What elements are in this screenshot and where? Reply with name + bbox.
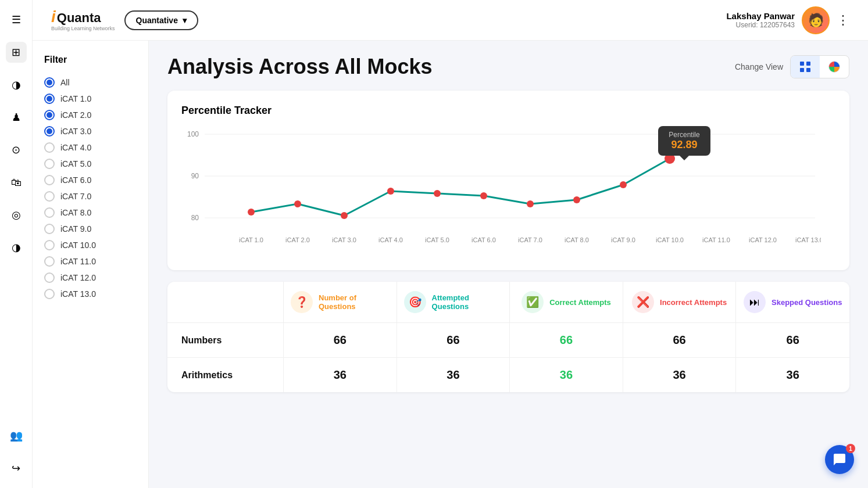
stats-data-row: Numbers6666666666: [167, 323, 849, 358]
radio-outer: [44, 224, 55, 234]
chart-view-button[interactable]: [820, 56, 849, 78]
filter-item[interactable]: iCAT 1.0: [44, 91, 137, 107]
filter-item[interactable]: iCAT 8.0: [44, 204, 137, 221]
header-right: Lakshay Panwar Userid: 122057643 🧑 ⋮: [726, 6, 849, 34]
stats-data-cell: 66: [397, 323, 510, 357]
sidebar-dashboard-icon[interactable]: ⊞: [6, 42, 27, 63]
sidebar-bag-icon[interactable]: 🛍: [6, 172, 27, 193]
filter-item[interactable]: All: [44, 74, 137, 91]
logo-quanta: Quanta: [57, 11, 101, 25]
radio-outer: [44, 175, 55, 185]
stats-data-cell: 36: [623, 358, 737, 392]
stat-icon: ✅: [521, 291, 544, 313]
filter-item[interactable]: iCAT 2.0: [44, 107, 137, 123]
filter-item[interactable]: iCAT 7.0: [44, 188, 137, 204]
stat-icon: ❓: [291, 291, 313, 313]
stats-data-cell: 36: [510, 358, 623, 392]
sidebar-analytics-icon[interactable]: ◑: [6, 74, 27, 95]
radio-inner: [47, 128, 52, 134]
svg-text:iCAT 12.0: iCAT 12.0: [749, 236, 777, 243]
filter-item-label: iCAT 4.0: [60, 143, 91, 152]
filter-item[interactable]: iCAT 4.0: [44, 139, 137, 156]
stats-column-header: ❌Incorrect Attempts: [623, 282, 737, 322]
stats-card: ❓Number of Questions🎯Attempted Questions…: [167, 282, 849, 392]
svg-text:iCAT 8.0: iCAT 8.0: [565, 236, 589, 243]
svg-text:iCAT 11.0: iCAT 11.0: [702, 236, 730, 243]
stats-column-header: ✅Correct Attempts: [510, 282, 623, 322]
view-toggle: [790, 55, 849, 78]
header: i Quanta Building Learning Networks Quan…: [33, 0, 868, 41]
sidebar-pie-icon[interactable]: ◑: [6, 237, 27, 258]
radio-outer: [44, 94, 55, 104]
main-content: i Quanta Building Learning Networks Quan…: [33, 0, 868, 488]
filter-item-label: iCAT 11.0: [60, 257, 96, 266]
radio-outer: [44, 207, 55, 218]
chart-point: [387, 188, 394, 195]
sidebar-target-icon[interactable]: ⊙: [6, 139, 27, 160]
chart-point: [341, 212, 348, 219]
sidebar-menu-icon[interactable]: ☰: [6, 9, 27, 30]
filter-item[interactable]: iCAT 6.0: [44, 172, 137, 188]
view-controls: Change View: [735, 55, 849, 78]
filter-item[interactable]: iCAT 12.0: [44, 270, 137, 286]
table-view-button[interactable]: [791, 56, 820, 78]
stats-column-header: 🎯Attempted Questions: [397, 282, 510, 322]
filter-item-label: iCAT 1.0: [60, 94, 91, 103]
sidebar-strategy-icon[interactable]: ♟: [6, 107, 27, 128]
stats-data-cell: 66: [736, 323, 849, 357]
sidebar-circle-icon[interactable]: ◎: [6, 204, 27, 225]
stats-empty-header: [167, 282, 284, 322]
filter-item[interactable]: iCAT 9.0: [44, 221, 137, 237]
stats-column-header: ❓Number of Questions: [284, 282, 397, 322]
chart-card: Percentile Tracker 100 90 80: [167, 91, 849, 270]
svg-rect-3: [806, 68, 810, 72]
filter-item-label: iCAT 9.0: [60, 224, 91, 234]
filter-item[interactable]: iCAT 3.0: [44, 123, 137, 139]
radio-inner: [47, 96, 52, 102]
svg-text:100: 100: [187, 130, 199, 138]
filter-item[interactable]: iCAT 13.0: [44, 286, 137, 302]
chart-point: [248, 209, 255, 216]
avatar: 🧑: [802, 6, 830, 34]
subject-dropdown[interactable]: Quantative ▾: [124, 10, 198, 30]
svg-text:iCAT 7.0: iCAT 7.0: [518, 236, 542, 243]
chart-highlight-point: [665, 153, 675, 164]
svg-text:iCAT 1.0: iCAT 1.0: [239, 236, 263, 243]
filter-item[interactable]: iCAT 5.0: [44, 156, 137, 172]
chart-point: [573, 196, 580, 203]
filter-item-label: iCAT 6.0: [60, 175, 91, 185]
svg-text:iCAT 9.0: iCAT 9.0: [611, 236, 635, 243]
page-header-row: Analysis Across All Mocks Change View: [167, 55, 849, 79]
filter-item[interactable]: iCAT 10.0: [44, 237, 137, 253]
stat-column-label: Correct Attempts: [549, 298, 611, 307]
more-options-button[interactable]: ⋮: [837, 13, 849, 28]
stats-body: Numbers6666666666Arithmetics3636363636: [167, 323, 849, 392]
radio-inner: [47, 112, 52, 118]
svg-rect-1: [806, 62, 810, 66]
stat-column-label: Skepped Questions: [771, 298, 842, 307]
sidebar-logout-icon[interactable]: ↪: [6, 458, 27, 479]
user-id: Userid: 122057643: [726, 21, 795, 29]
svg-text:iCAT 2.0: iCAT 2.0: [285, 236, 310, 243]
svg-text:iCAT 3.0: iCAT 3.0: [332, 236, 356, 243]
stats-data-row: Arithmetics3636363636: [167, 358, 849, 392]
filter-panel: Filter AlliCAT 1.0iCAT 2.0iCAT 3.0iCAT 4…: [33, 41, 149, 488]
sidebar-user-icon[interactable]: 👥: [6, 425, 27, 446]
stat-column-label: Incorrect Attempts: [660, 298, 727, 307]
svg-text:iCAT 4.0: iCAT 4.0: [378, 236, 403, 243]
stats-data-cell: 36: [397, 358, 510, 392]
logo-subtitle: Building Learning Networks: [51, 26, 115, 32]
stats-data-cell: 36: [736, 358, 849, 392]
filter-item-label: iCAT 10.0: [60, 241, 96, 250]
radio-outer: [44, 289, 55, 299]
logo: i Quanta Building Learning Networks: [51, 8, 115, 33]
svg-text:iCAT 5.0: iCAT 5.0: [425, 236, 449, 243]
filter-item[interactable]: iCAT 11.0: [44, 253, 137, 270]
subject-label: Quantative: [136, 16, 178, 25]
page-title: Analysis Across All Mocks: [167, 55, 433, 79]
header-left: i Quanta Building Learning Networks Quan…: [51, 8, 198, 33]
chat-bubble-button[interactable]: 1: [825, 445, 854, 474]
stat-icon: ❌: [632, 291, 654, 313]
chart-container: 100 90 80: [181, 126, 835, 256]
chat-badge: 1: [846, 444, 855, 453]
